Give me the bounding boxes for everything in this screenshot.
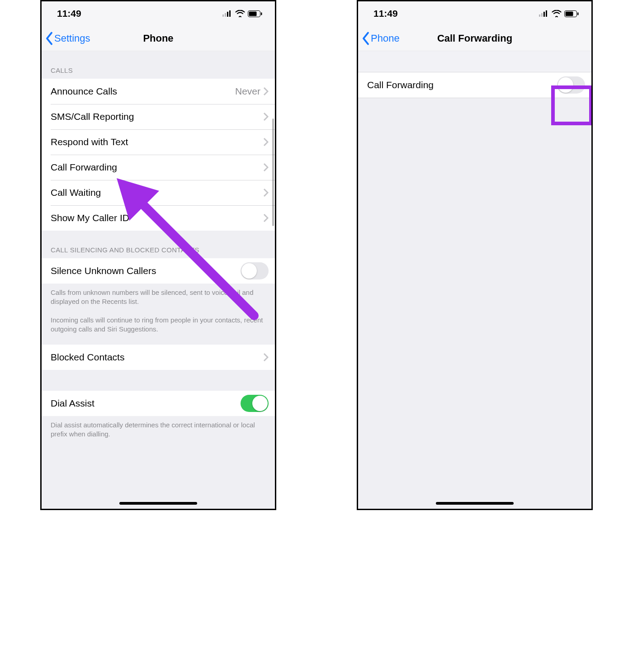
phone-screen-left: 11:49 Settings Phone CALLS Announce Call… — [40, 0, 276, 510]
footnote-silence-1: Calls from unknown numbers will be silen… — [42, 284, 275, 311]
home-indicator[interactable] — [119, 502, 197, 505]
status-time: 11:49 — [373, 8, 398, 19]
row-call-forwarding-toggle: Call Forwarding — [358, 72, 591, 98]
svg-rect-11 — [543, 12, 545, 17]
chevron-right-icon — [263, 137, 269, 147]
back-button-settings[interactable]: Settings — [42, 32, 90, 45]
back-label: Settings — [54, 33, 90, 44]
svg-rect-5 — [249, 11, 257, 16]
row-sms-call-reporting[interactable]: SMS/Call Reporting — [42, 104, 275, 129]
row-show-my-caller-id[interactable]: Show My Caller ID — [42, 205, 275, 231]
row-label: Announce Calls — [51, 86, 235, 97]
svg-rect-15 — [577, 12, 579, 15]
chevron-right-icon — [263, 112, 269, 121]
toggle-call-forwarding[interactable] — [557, 76, 585, 94]
battery-icon — [248, 10, 262, 17]
row-label: SMS/Call Reporting — [51, 111, 263, 122]
back-button-phone[interactable]: Phone — [358, 32, 400, 45]
signal-icon — [222, 10, 232, 17]
row-call-forwarding[interactable]: Call Forwarding — [42, 155, 275, 180]
svg-rect-6 — [261, 12, 262, 15]
svg-rect-12 — [546, 10, 547, 17]
wifi-icon — [552, 10, 562, 17]
row-blocked-contacts[interactable]: Blocked Contacts — [42, 345, 275, 370]
scrollbar-thumb[interactable] — [272, 118, 274, 226]
battery-icon — [564, 10, 579, 17]
row-silence-unknown-callers: Silence Unknown Callers — [42, 258, 275, 284]
toggle-dial-assist[interactable] — [241, 395, 269, 412]
wifi-icon — [235, 10, 245, 17]
nav-bar: Phone Call Forwarding — [358, 26, 591, 51]
row-dial-assist: Dial Assist — [42, 391, 275, 416]
row-value: Never — [235, 86, 260, 97]
signal-icon — [539, 10, 549, 17]
svg-rect-3 — [229, 10, 231, 17]
status-bar: 11:49 — [42, 1, 275, 26]
row-respond-with-text[interactable]: Respond with Text — [42, 129, 275, 155]
row-label: Call Waiting — [51, 187, 263, 198]
row-label: Dial Assist — [51, 398, 241, 409]
row-label: Respond with Text — [51, 137, 263, 147]
chevron-right-icon — [263, 163, 269, 172]
status-icons — [539, 10, 579, 17]
footnote-dial-assist: Dial assist automatically determines the… — [42, 416, 275, 444]
footnote-silence-2: Incoming calls will continue to ring fro… — [42, 311, 275, 339]
row-label: Blocked Contacts — [51, 352, 263, 363]
home-indicator[interactable] — [436, 502, 514, 505]
svg-rect-0 — [222, 14, 224, 17]
section-header-calls: CALLS — [42, 51, 275, 79]
chevron-left-icon — [361, 32, 371, 45]
row-label: Show My Caller ID — [51, 213, 263, 223]
svg-rect-9 — [539, 14, 540, 17]
toggle-silence-unknown[interactable] — [241, 262, 269, 279]
row-announce-calls[interactable]: Announce Calls Never — [42, 79, 275, 104]
nav-bar: Settings Phone — [42, 26, 275, 51]
status-time: 11:49 — [57, 8, 81, 19]
row-label: Call Forwarding — [51, 162, 263, 173]
svg-rect-14 — [566, 11, 573, 16]
chevron-right-icon — [263, 213, 269, 222]
chevron-right-icon — [263, 87, 269, 96]
row-label: Call Forwarding — [367, 80, 557, 90]
svg-rect-10 — [541, 13, 543, 17]
status-bar: 11:49 — [358, 1, 591, 26]
status-icons — [222, 10, 262, 17]
section-header-silencing: CALL SILENCING AND BLOCKED CONTACTS — [42, 231, 275, 258]
row-label: Silence Unknown Callers — [51, 265, 241, 276]
svg-rect-1 — [225, 13, 226, 17]
svg-rect-2 — [227, 12, 228, 17]
phone-screen-right: 11:49 Phone Call Forwarding Call Forward… — [357, 0, 593, 510]
chevron-left-icon — [44, 32, 54, 45]
back-label: Phone — [371, 33, 400, 44]
chevron-right-icon — [263, 353, 269, 362]
chevron-right-icon — [263, 188, 269, 197]
row-call-waiting[interactable]: Call Waiting — [42, 180, 275, 205]
